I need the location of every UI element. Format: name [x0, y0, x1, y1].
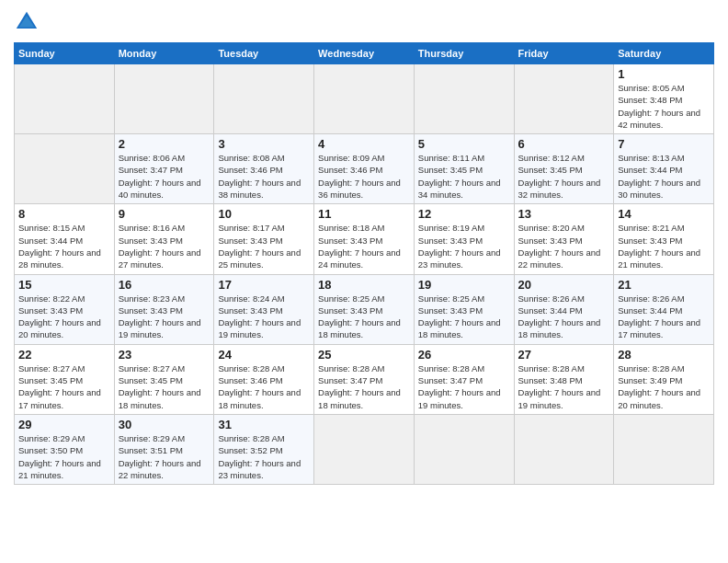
- day-cell: 8Sunrise: 8:15 AMSunset: 3:44 PMDaylight…: [15, 204, 115, 274]
- header-cell-monday: Monday: [114, 43, 214, 64]
- day-cell: 22Sunrise: 8:27 AMSunset: 3:45 PMDayligh…: [15, 344, 115, 414]
- day-cell: 21Sunrise: 8:26 AMSunset: 3:44 PMDayligh…: [614, 274, 714, 344]
- day-cell: 17Sunrise: 8:24 AMSunset: 3:43 PMDayligh…: [214, 274, 314, 344]
- day-cell: 7Sunrise: 8:13 AMSunset: 3:44 PMDaylight…: [614, 134, 714, 204]
- day-cell: 26Sunrise: 8:28 AMSunset: 3:47 PMDayligh…: [414, 344, 514, 414]
- day-cell: 28Sunrise: 8:28 AMSunset: 3:49 PMDayligh…: [614, 344, 714, 414]
- header-cell-thursday: Thursday: [414, 43, 514, 64]
- day-cell: 3Sunrise: 8:08 AMSunset: 3:46 PMDaylight…: [214, 134, 314, 204]
- day-cell: 18Sunrise: 8:25 AMSunset: 3:43 PMDayligh…: [314, 274, 415, 344]
- week-row-1: 1Sunrise: 8:05 AMSunset: 3:48 PMDaylight…: [15, 64, 714, 134]
- day-cell: 6Sunrise: 8:12 AMSunset: 3:45 PMDaylight…: [514, 134, 614, 204]
- week-row-5: 22Sunrise: 8:27 AMSunset: 3:45 PMDayligh…: [15, 344, 714, 414]
- day-cell: 27Sunrise: 8:28 AMSunset: 3:48 PMDayligh…: [514, 344, 614, 414]
- logo-icon: [14, 9, 40, 35]
- page: SundayMondayTuesdayWednesdayThursdayFrid…: [0, 0, 728, 563]
- header-cell-friday: Friday: [514, 43, 614, 64]
- day-cell: 4Sunrise: 8:09 AMSunset: 3:46 PMDaylight…: [314, 134, 415, 204]
- empty-cell: [15, 134, 115, 204]
- day-cell: 19Sunrise: 8:25 AMSunset: 3:43 PMDayligh…: [414, 274, 514, 344]
- header-cell-tuesday: Tuesday: [214, 43, 314, 64]
- day-cell: 15Sunrise: 8:22 AMSunset: 3:43 PMDayligh…: [15, 274, 115, 344]
- day-cell: 12Sunrise: 8:19 AMSunset: 3:43 PMDayligh…: [414, 204, 514, 274]
- empty-cell: [514, 64, 614, 134]
- empty-cell: [414, 64, 514, 134]
- day-cell: 16Sunrise: 8:23 AMSunset: 3:43 PMDayligh…: [114, 274, 214, 344]
- week-row-3: 8Sunrise: 8:15 AMSunset: 3:44 PMDaylight…: [15, 204, 714, 274]
- day-cell: 31Sunrise: 8:28 AMSunset: 3:52 PMDayligh…: [214, 414, 314, 484]
- empty-cell: [314, 414, 415, 484]
- week-row-6: 29Sunrise: 8:29 AMSunset: 3:50 PMDayligh…: [15, 414, 714, 484]
- empty-cell: [514, 414, 614, 484]
- empty-cell: [414, 414, 514, 484]
- empty-cell: [314, 64, 415, 134]
- calendar-table: SundayMondayTuesdayWednesdayThursdayFrid…: [14, 42, 714, 485]
- header: [14, 9, 714, 35]
- day-cell: 14Sunrise: 8:21 AMSunset: 3:43 PMDayligh…: [614, 204, 714, 274]
- day-cell: 9Sunrise: 8:16 AMSunset: 3:43 PMDaylight…: [114, 204, 214, 274]
- logo: [14, 9, 43, 35]
- day-cell: 20Sunrise: 8:26 AMSunset: 3:44 PMDayligh…: [514, 274, 614, 344]
- day-cell: 10Sunrise: 8:17 AMSunset: 3:43 PMDayligh…: [214, 204, 314, 274]
- empty-cell: [214, 64, 314, 134]
- day-cell: 25Sunrise: 8:28 AMSunset: 3:47 PMDayligh…: [314, 344, 415, 414]
- empty-cell: [15, 64, 115, 134]
- week-row-2: 2Sunrise: 8:06 AMSunset: 3:47 PMDaylight…: [15, 134, 714, 204]
- day-cell: 24Sunrise: 8:28 AMSunset: 3:46 PMDayligh…: [214, 344, 314, 414]
- day-cell: 23Sunrise: 8:27 AMSunset: 3:45 PMDayligh…: [114, 344, 214, 414]
- empty-cell: [114, 64, 214, 134]
- day-cell: 11Sunrise: 8:18 AMSunset: 3:43 PMDayligh…: [314, 204, 415, 274]
- day-cell: 30Sunrise: 8:29 AMSunset: 3:51 PMDayligh…: [114, 414, 214, 484]
- week-row-4: 15Sunrise: 8:22 AMSunset: 3:43 PMDayligh…: [15, 274, 714, 344]
- day-cell: 1Sunrise: 8:05 AMSunset: 3:48 PMDaylight…: [614, 64, 714, 134]
- header-row: SundayMondayTuesdayWednesdayThursdayFrid…: [15, 43, 714, 64]
- day-cell: 5Sunrise: 8:11 AMSunset: 3:45 PMDaylight…: [414, 134, 514, 204]
- day-cell: 13Sunrise: 8:20 AMSunset: 3:43 PMDayligh…: [514, 204, 614, 274]
- day-cell: 2Sunrise: 8:06 AMSunset: 3:47 PMDaylight…: [114, 134, 214, 204]
- day-cell: 29Sunrise: 8:29 AMSunset: 3:50 PMDayligh…: [15, 414, 115, 484]
- empty-cell: [614, 414, 714, 484]
- header-cell-wednesday: Wednesday: [314, 43, 415, 64]
- header-cell-saturday: Saturday: [614, 43, 714, 64]
- header-cell-sunday: Sunday: [15, 43, 115, 64]
